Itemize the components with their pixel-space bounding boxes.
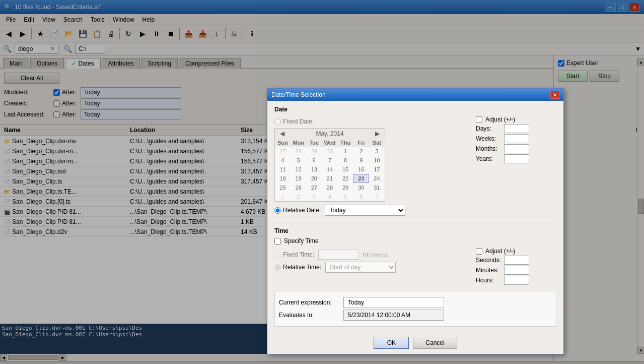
specify-time-checkbox[interactable]	[274, 238, 281, 245]
relative-date-label: Relative Date:	[283, 207, 321, 214]
specify-time-row: Specify Time	[274, 237, 556, 245]
cal-day[interactable]: 2	[353, 147, 369, 156]
adjust-days-input[interactable]	[504, 124, 529, 133]
cal-day[interactable]: 28	[291, 147, 306, 156]
cal-day[interactable]: 12	[291, 165, 306, 174]
adjust-checkbox[interactable]	[476, 116, 482, 123]
fixed-time-label: Fixed Time:	[283, 251, 314, 258]
cal-day[interactable]: 10	[369, 156, 385, 165]
fixed-date-row: Fixed Date:	[274, 118, 471, 125]
cal-day[interactable]: 19	[291, 174, 306, 183]
cal-day[interactable]: 26	[291, 183, 306, 192]
fixed-time-radio-label[interactable]: Fixed Time:	[274, 251, 314, 258]
relative-time-radio[interactable]	[274, 264, 281, 271]
cal-day[interactable]: 13	[306, 165, 322, 174]
evaluates-label: Evaluates to:	[279, 312, 339, 319]
relative-date-radio-label[interactable]: Relative Date:	[274, 207, 321, 214]
current-expr-input[interactable]	[343, 297, 444, 308]
adjust-hours-input[interactable]	[504, 276, 529, 285]
cal-header-sat: Sat	[369, 139, 385, 147]
cal-day[interactable]: 18	[275, 174, 291, 183]
time-adjust-label: Adjust (+/-)	[485, 248, 515, 255]
modal-close-button[interactable]: ✕	[550, 91, 559, 99]
adjust-months-label: Months:	[476, 145, 501, 152]
cal-header-thu: Thu	[338, 139, 353, 147]
adjust-days-label: Days:	[476, 125, 501, 132]
fixed-time-input[interactable]	[318, 250, 359, 260]
fixed-time-radio[interactable]	[274, 252, 281, 258]
modal-footer: OK Cancel	[267, 332, 563, 354]
cal-day[interactable]: 7	[369, 192, 385, 201]
cal-day[interactable]: 20	[306, 174, 322, 183]
cal-day[interactable]: 21	[322, 174, 337, 183]
cal-day[interactable]: 7	[322, 156, 337, 165]
cal-day[interactable]: 3	[369, 147, 385, 156]
adjust-weeks-row: Weeks:	[476, 134, 556, 143]
adjust-minutes-input[interactable]	[504, 266, 529, 275]
cal-day[interactable]: 5	[338, 192, 353, 201]
cal-day[interactable]: 4	[322, 192, 337, 201]
cal-day[interactable]: 11	[275, 165, 291, 174]
cal-day[interactable]: 6	[306, 156, 322, 165]
fixed-date-radio[interactable]	[274, 118, 281, 125]
calendar-month-year: May, 2014	[316, 130, 343, 137]
cal-day[interactable]: 29	[338, 183, 353, 192]
date-section-label: Date	[274, 106, 556, 113]
adjust-seconds-input[interactable]	[504, 256, 529, 265]
cal-day[interactable]: 16	[353, 165, 369, 174]
relative-time-select[interactable]: Start of day End of day Current time	[325, 262, 396, 273]
current-expr-label: Current expression:	[279, 299, 339, 306]
relative-time-radio-label[interactable]: Relative Time:	[274, 264, 321, 271]
cal-day[interactable]: 30	[353, 183, 369, 192]
adjust-hours-label: Hours:	[476, 277, 501, 284]
current-expr-row: Current expression:	[279, 297, 552, 308]
relative-date-radio[interactable]	[274, 207, 281, 214]
relative-time-label: Relative Time:	[283, 264, 321, 271]
cal-day[interactable]: 2	[291, 192, 306, 201]
time-section: Time Specify Time Fixed Time:	[274, 223, 556, 286]
cal-day[interactable]: 27	[306, 183, 322, 192]
time-adjust-checkbox[interactable]	[476, 248, 482, 255]
cal-header-tue: Tue	[306, 139, 322, 147]
cal-day[interactable]: 8	[338, 156, 353, 165]
adjust-months-input[interactable]	[504, 144, 529, 153]
cal-day[interactable]: 17	[369, 165, 385, 174]
cal-prev-button[interactable]: ◀	[278, 130, 287, 137]
cal-day[interactable]: 24	[369, 174, 385, 183]
cancel-button[interactable]: Cancel	[413, 337, 457, 349]
cal-day[interactable]: 25	[275, 183, 291, 192]
specify-time-label: Specify Time	[284, 237, 319, 245]
modal-title-bar: Date/Time Selection ✕	[267, 89, 563, 101]
cal-day[interactable]: 6	[353, 192, 369, 201]
fixed-time-row: Fixed Time: HH:mm:ss	[274, 250, 471, 260]
cal-header-sun: Sun	[275, 139, 291, 147]
evaluates-input	[343, 310, 444, 321]
cal-day[interactable]: 22	[338, 174, 353, 183]
time-hint: HH:mm:ss	[363, 252, 388, 258]
cal-day[interactable]: 27	[275, 147, 291, 156]
cal-day[interactable]: 9	[353, 156, 369, 165]
cal-day[interactable]: 29	[306, 147, 322, 156]
fixed-date-radio-label[interactable]: Fixed Date:	[274, 118, 314, 125]
ok-button[interactable]: OK	[374, 337, 409, 349]
cal-day[interactable]: 3	[306, 192, 322, 201]
adjust-weeks-input[interactable]	[504, 134, 529, 143]
cal-day[interactable]: 28	[322, 183, 337, 192]
cal-day[interactable]: 15	[338, 165, 353, 174]
cal-day[interactable]: 1	[275, 192, 291, 201]
cal-day-selected[interactable]: 23	[353, 174, 369, 183]
date-section: Fixed Date: ◀ May, 2014 ▶ Sun Mon	[274, 116, 556, 218]
cal-day[interactable]: 30	[322, 147, 337, 156]
adjust-minutes-label: Minutes:	[476, 267, 501, 274]
cal-next-button[interactable]: ▶	[373, 130, 382, 137]
fixed-date-label: Fixed Date:	[283, 118, 314, 125]
time-section-label: Time	[274, 227, 556, 234]
cal-day[interactable]: 5	[291, 156, 306, 165]
cal-day[interactable]: 31	[369, 183, 385, 192]
cal-day[interactable]: 14	[322, 165, 337, 174]
calendar-grid: Sun Mon Tue Wed Thu Fri Sat 27 28 29 30	[275, 139, 385, 201]
relative-date-select[interactable]: Today Yesterday Start of week	[325, 205, 405, 216]
adjust-years-input[interactable]	[504, 154, 529, 163]
cal-day[interactable]: 4	[275, 156, 291, 165]
cal-day[interactable]: 1	[338, 147, 353, 156]
